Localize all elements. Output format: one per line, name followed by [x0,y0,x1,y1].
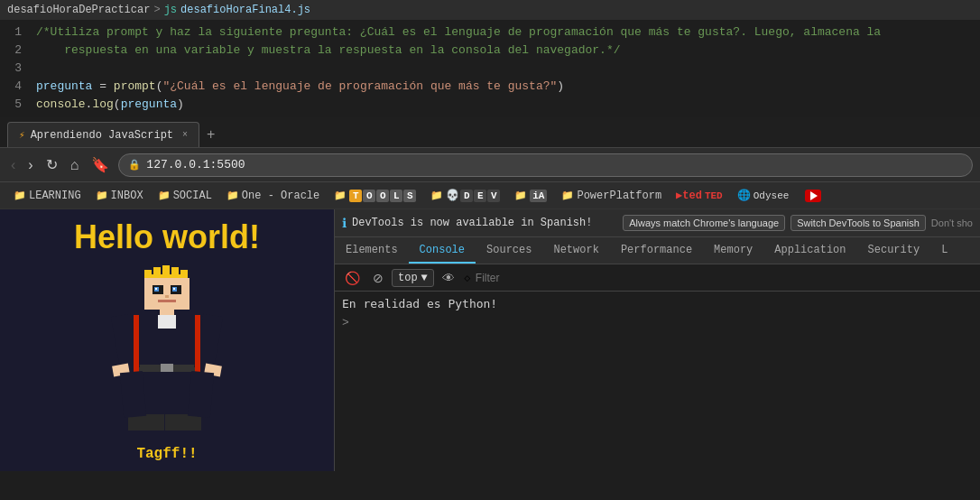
svg-rect-3 [162,265,170,278]
notification-text: DevTools is now available in Spanish! [352,217,617,229]
line-num-5: 5 [0,96,36,114]
character-svg [108,265,226,446]
tab-network[interactable]: Network [542,237,609,264]
code-line-2: 2 respuesta en una variable y muestra la… [0,42,980,60]
bookmark-label: LEARNING [29,190,81,202]
svg-rect-5 [180,270,188,279]
tools-label: TOOLS [349,190,416,202]
folder-icon: 📁 [514,190,527,201]
svg-rect-13 [165,295,169,298]
browser-tab-active[interactable]: ⚡ Aprendiendo JavaScript × [7,122,199,147]
breadcrumb-sep: > [153,4,160,16]
code-content-5: console.log(pregunta) [36,96,184,114]
folder-icon: 📁 [14,190,26,201]
webpage-area: Hello world! [0,209,334,471]
character-sprite [86,265,248,446]
ia-label: iA [530,190,547,202]
switch-devtools-button[interactable]: Switch DevTools to Spanish [790,215,926,231]
svg-rect-14 [158,300,176,302]
tab-label: Aprendiendo JavaScript [31,129,173,142]
bookmark-youtube[interactable] [797,187,827,205]
context-selector[interactable]: top ▼ [392,269,434,287]
info-icon: ℹ [342,216,347,231]
code-editor[interactable]: 1 /*Utiliza prompt y haz la siguiente pr… [0,20,980,117]
console-output-line: En realidad es Python! [342,297,973,310]
address-bar[interactable]: 🔒 127.0.0.1:5500 [118,153,973,177]
bookmark-odysee[interactable]: 🌐 Odysee [731,186,796,205]
console-output: En realidad es Python! > [335,292,980,471]
code-line-5: 5 console.log(pregunta) [0,96,980,114]
svg-rect-30 [120,371,146,418]
svg-rect-28 [134,315,139,374]
line-num-1: 1 [0,23,36,42]
bookmark-button[interactable]: 🔖 [88,153,113,177]
svg-rect-6 [144,278,190,310]
odysee-label: Odysee [753,190,790,201]
back-button[interactable]: ‹ [7,153,19,177]
breadcrumb-folder: desafioHoraDePracticar [7,4,150,16]
youtube-play-icon [810,191,818,200]
devtools-panel: ℹ DevTools is now available in Spanish! … [334,209,980,471]
tab-security[interactable]: Security [857,237,931,264]
filter-icon: ⬦ [463,270,472,286]
folder-icon: 📁 [561,190,574,201]
line-num-2: 2 [0,42,36,60]
devtools-toolbar: 🚫 ⊘ top ▼ 👁 ⬦ [335,264,980,292]
eye-button[interactable]: 👁 [438,268,459,288]
tab-console[interactable]: Console [409,237,476,264]
bookmark-tools[interactable]: 📁 TOOLS [328,187,422,205]
tab-sources[interactable]: Sources [476,237,542,264]
filter-input[interactable] [476,272,975,284]
lock-icon: 🔒 [128,159,141,171]
folder-icon: 📁 [334,190,347,201]
tab-elements[interactable]: Elements [335,237,409,264]
breadcrumb: desafioHoraDePracticar > js desafioHoraF… [0,0,980,20]
svg-rect-17 [158,315,176,329]
match-language-button[interactable]: Always match Chrome's language [623,215,785,231]
refresh-button[interactable]: ↻ [42,153,61,177]
tab-application[interactable]: Application [763,237,856,264]
bookmark-dev[interactable]: 📁 💀DEV [424,186,506,205]
svg-rect-19 [161,364,173,373]
svg-rect-27 [165,414,201,431]
devtools-notification: ℹ DevTools is now available in Spanish! … [335,209,980,237]
bookmark-label: INBOX [111,190,143,202]
filter-toggle-button[interactable]: ⊘ [368,268,388,288]
bookmark-oracle[interactable]: 📁 One - Oracle [220,187,326,205]
svg-rect-15 [160,310,174,315]
bookmark-ted[interactable]: ▶ted TED [670,186,729,205]
code-content-1: /*Utiliza prompt y haz la siguiente preg… [36,23,881,42]
devtools-tabs: Elements Console Sources Network Perform… [335,237,980,264]
bookmark-learning[interactable]: 📁 LEARNING [7,187,88,205]
bookmark-powerplatform[interactable]: 📁 PowerPlatform [555,187,668,205]
tab-performance[interactable]: Performance [610,237,703,264]
svg-rect-1 [144,270,152,279]
bookmark-label: PowerPlatform [577,190,661,202]
bookmark-social[interactable]: 📁 SOCIAL [152,187,218,205]
filter-area: ⬦ [463,270,975,286]
breadcrumb-filename: desafioHoraFinal4.js [180,4,310,16]
folder-icon: 📁 [158,190,171,201]
youtube-icon [805,190,821,202]
dev-label: 💀DEV [446,189,500,202]
svg-rect-29 [195,315,200,374]
browser-chrome: ⚡ Aprendiendo JavaScript × + ‹ › ↻ ⌂ 🔖 🔒… [0,117,980,209]
clear-console-button[interactable]: 🚫 [340,268,365,288]
new-tab-button[interactable]: + [199,122,222,147]
tab-close-button[interactable]: × [182,130,188,140]
tab-memory[interactable]: Memory [703,237,763,264]
code-line-1: 1 /*Utiliza prompt y haz la siguiente pr… [0,23,980,42]
folder-icon: 📁 [227,190,239,201]
bookmark-ia[interactable]: 📁 iA [508,187,553,205]
forward-button[interactable]: › [24,153,36,177]
console-prompt-line: > [342,314,973,329]
dont-show-button[interactable]: Don't sho [931,218,973,228]
tab-more[interactable]: L [930,237,958,264]
console-prompt: > [342,316,349,329]
code-line-4: 4 pregunta = prompt("¿Cuál es el lenguaj… [0,78,980,96]
odysee-icon: 🌐 [737,189,751,202]
editor-area: desafioHoraDePracticar > js desafioHoraF… [0,0,980,117]
bookmark-inbox[interactable]: 📁 INBOX [89,187,150,205]
home-button[interactable]: ⌂ [67,153,83,177]
line-num-4: 4 [0,78,36,96]
